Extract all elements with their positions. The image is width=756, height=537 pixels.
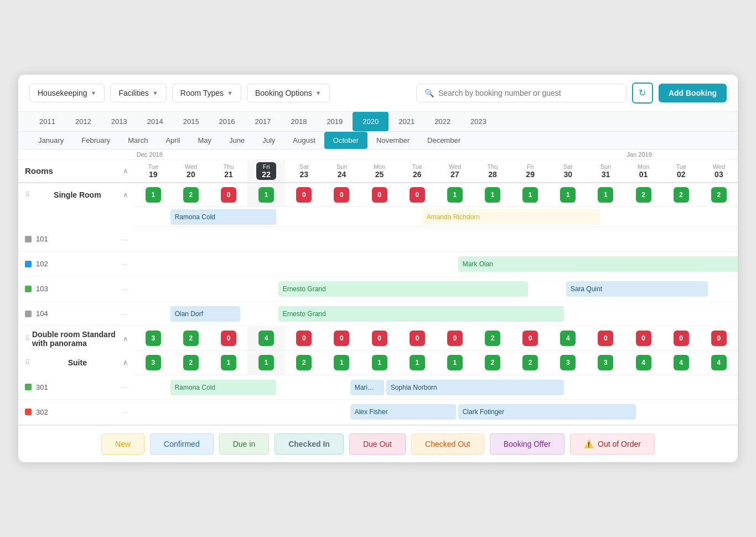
avail-badge: 0: [598, 331, 613, 346]
room-row: 102···Mark Olan: [18, 251, 738, 276]
collapse-icon[interactable]: ∧: [123, 335, 128, 343]
month-sub-jan: Jan 2019: [625, 149, 738, 160]
month-sub-dec: Dec 2018: [134, 149, 625, 160]
year-nav: 2011201220132014201520162017201820192020…: [18, 112, 738, 132]
avail-cell: 0: [662, 326, 700, 350]
booking-bar[interactable]: Ernesto Grand: [278, 281, 528, 297]
room-row: 302···Alex FisherClark Fotinger: [18, 400, 738, 425]
collapse-icon[interactable]: ∧: [123, 191, 128, 199]
calendar-grid: Dec 2018Jan 2019Rooms∧Tue19Wed20Thu21Fri…: [18, 149, 738, 425]
month-label[interactable]: July: [253, 132, 284, 149]
year-label[interactable]: 2017: [245, 112, 281, 131]
housekeeping-dropdown[interactable]: Housekeeping ▼: [29, 84, 105, 102]
booking-bar[interactable]: Mari…: [350, 380, 384, 395]
avail-cell: 2: [172, 350, 210, 375]
avail-cell: 1: [247, 350, 285, 375]
booking-bar[interactable]: Sara Quint: [566, 281, 708, 297]
room-menu-icon[interactable]: ···: [121, 260, 128, 268]
month-label[interactable]: February: [73, 132, 119, 149]
avail-badge: 1: [372, 355, 387, 370]
room-color-dot: [25, 236, 32, 242]
year-label[interactable]: 2015: [173, 112, 209, 131]
month-label[interactable]: October: [324, 132, 367, 149]
legend-item-dueout: Due Out: [349, 433, 406, 455]
room-menu-icon[interactable]: ···: [121, 407, 128, 416]
year-label[interactable]: 2021: [389, 112, 424, 131]
booking-bar[interactable]: Olan Dorf: [170, 306, 240, 322]
day-header-cell: Thu28: [474, 159, 511, 183]
avail-cell: 2: [625, 183, 662, 207]
avail-badge: 2: [711, 187, 727, 203]
booking-bar[interactable]: Alex Fisher: [350, 404, 456, 420]
booking-bar[interactable]: Ramona Cold: [170, 209, 276, 225]
day-header-cell: Mon25: [361, 159, 398, 183]
avail-badge: 2: [296, 355, 312, 370]
day-header-cell: Thu21: [210, 159, 247, 183]
room-menu-icon[interactable]: ···: [121, 383, 128, 391]
room-menu-icon[interactable]: ···: [121, 235, 128, 244]
avail-cell: 1: [134, 183, 172, 207]
avail-cell: 4: [549, 326, 587, 350]
room-row: 301···Ramona ColdMari…Sophia Norborn: [18, 375, 738, 400]
year-label[interactable]: 2014: [137, 112, 173, 131]
room-menu-icon[interactable]: ···: [121, 285, 128, 293]
collapse-icon[interactable]: ∧: [123, 359, 128, 366]
booking-bar[interactable]: Sophia Norborn: [386, 380, 564, 395]
booking-bar[interactable]: Clark Fotinger: [458, 404, 636, 420]
month-label[interactable]: June: [220, 132, 253, 149]
booking-bar[interactable]: Amanda Richdorn: [422, 209, 600, 225]
room-types-dropdown[interactable]: Room Types ▼: [172, 84, 241, 102]
legend-label: Out of Order: [598, 440, 641, 448]
avail-cell: 0: [625, 326, 662, 350]
group-avail-row: ⠿Single Room∧1201000011111222: [18, 183, 738, 207]
year-label[interactable]: 2011: [29, 112, 65, 131]
refresh-button[interactable]: ↻: [632, 82, 653, 104]
year-label[interactable]: 2019: [317, 112, 353, 131]
booking-bar[interactable]: Ramona Cold: [170, 380, 276, 395]
room-name-label: 302: [36, 408, 48, 416]
legend-item-offer: Booking Offer: [490, 433, 565, 455]
avail-badge: 1: [258, 187, 274, 203]
facilities-dropdown[interactable]: Facilities ▼: [110, 84, 166, 102]
year-label[interactable]: 2018: [281, 112, 317, 131]
year-label[interactable]: 2013: [101, 112, 137, 131]
month-label[interactable]: August: [284, 132, 324, 149]
avail-badge: 0: [674, 331, 689, 346]
year-label[interactable]: 2020: [353, 112, 389, 131]
avail-cell: 1: [323, 350, 360, 375]
avail-badge: 2: [522, 355, 538, 370]
booking-options-dropdown[interactable]: Booking Options ▼: [247, 84, 330, 102]
month-label[interactable]: December: [418, 132, 469, 149]
booking-bar[interactable]: Mark Olan: [458, 256, 738, 272]
year-label[interactable]: 2016: [209, 112, 245, 131]
group-booking-row: Ramona ColdAmanda Richdorn: [18, 207, 738, 227]
avail-cell: 1: [511, 183, 549, 207]
day-header-cell: Wed20: [172, 159, 210, 183]
avail-cell: 0: [398, 183, 436, 207]
collapse-icon[interactable]: ∧: [123, 167, 128, 175]
search-input[interactable]: [438, 89, 618, 97]
avail-cell: 1: [210, 350, 247, 375]
avail-badge: 4: [258, 331, 274, 346]
month-label[interactable]: November: [367, 132, 418, 149]
chevron-down-icon: ▼: [91, 90, 97, 96]
avail-cell: 4: [700, 350, 738, 375]
search-box: 🔍: [416, 84, 626, 102]
year-label[interactable]: 2023: [460, 112, 496, 131]
avail-badge: 2: [636, 187, 651, 203]
month-label[interactable]: April: [157, 132, 189, 149]
legend-item-outoforder: ⚠️Out of Order: [570, 433, 655, 455]
add-booking-button[interactable]: Add Booking: [659, 84, 727, 102]
avail-badge: 0: [296, 187, 312, 203]
legend-item-checkedin: Checked In: [275, 433, 344, 455]
year-label[interactable]: 2012: [65, 112, 101, 131]
room-name-label: 104: [36, 309, 48, 318]
month-label[interactable]: March: [119, 132, 157, 149]
legend-label: Checked Out: [425, 440, 470, 448]
booking-bar[interactable]: Ernesto Grand: [278, 306, 564, 322]
avail-badge: 0: [410, 187, 425, 203]
month-label[interactable]: January: [29, 132, 73, 149]
year-label[interactable]: 2022: [424, 112, 460, 131]
room-menu-icon[interactable]: ···: [121, 309, 128, 318]
month-label[interactable]: May: [189, 132, 220, 149]
